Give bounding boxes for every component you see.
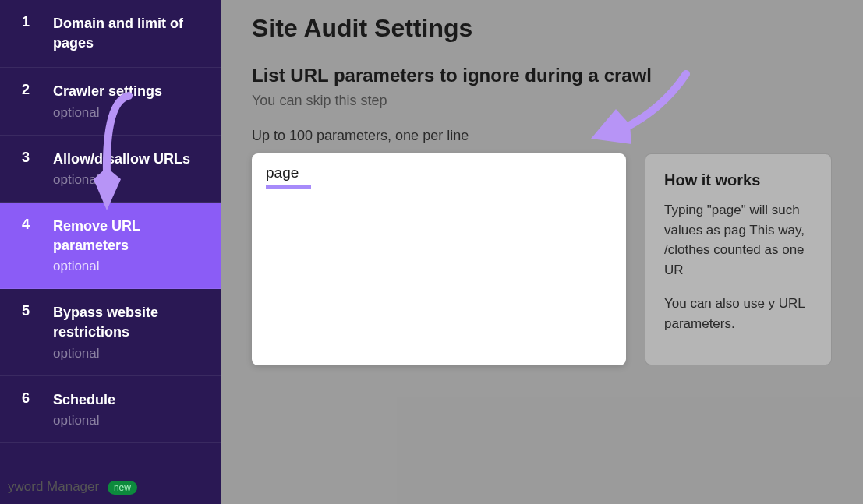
main-content: Site Audit Settings List URL parameters … <box>221 0 863 504</box>
page-title: Site Audit Settings <box>252 14 832 43</box>
step-optional: optional <box>53 346 205 361</box>
step-number: 5 <box>22 303 53 361</box>
new-badge: new <box>108 481 137 495</box>
footer-nav-item[interactable]: yword Manager new <box>0 476 145 498</box>
step-title: Schedule <box>53 390 205 410</box>
step-number: 3 <box>22 150 53 188</box>
step-number: 1 <box>22 14 53 53</box>
info-paragraph: You can also use y URL parameters. <box>664 294 812 333</box>
step-title: Remove URL parameters <box>53 217 205 256</box>
step-optional: optional <box>53 413 205 428</box>
footer-label: yword Manager <box>8 479 99 494</box>
settings-sidebar: 1 Domain and limit of pages 2 Crawler se… <box>0 0 221 504</box>
step-domain-limit[interactable]: 1 Domain and limit of pages <box>0 0 221 68</box>
url-parameters-textarea[interactable]: page <box>252 153 626 365</box>
step-optional: optional <box>53 105 205 121</box>
info-title: How it works <box>664 171 812 189</box>
step-title: Bypass website restrictions <box>53 303 205 342</box>
step-allow-disallow[interactable]: 3 Allow/disallow URLs optional <box>0 136 221 203</box>
step-remove-url-parameters[interactable]: 4 Remove URL parameters optional <box>0 203 221 289</box>
textarea-value: page <box>266 164 612 182</box>
step-number: 2 <box>22 82 53 120</box>
step-schedule[interactable]: 6 Schedule optional <box>0 376 221 443</box>
section-subtitle: You can skip this step <box>252 93 832 109</box>
step-crawler-settings[interactable]: 2 Crawler settings optional <box>0 68 221 135</box>
step-title: Allow/disallow URLs <box>53 150 205 169</box>
step-number: 4 <box>22 217 53 274</box>
hint-text: Up to 100 parameters, one per line <box>252 128 832 144</box>
step-title: Crawler settings <box>53 82 205 101</box>
step-optional: optional <box>53 259 205 274</box>
step-number: 6 <box>22 390 53 428</box>
step-bypass-restrictions[interactable]: 5 Bypass website restrictions optional <box>0 289 221 375</box>
highlight-underline <box>266 185 311 189</box>
how-it-works-panel: How it works Typing "page" will such val… <box>645 153 832 365</box>
section-title: List URL parameters to ignore during a c… <box>252 65 832 86</box>
step-optional: optional <box>53 172 205 188</box>
step-title: Domain and limit of pages <box>53 14 205 53</box>
info-paragraph: Typing "page" will such values as pag Th… <box>664 200 812 280</box>
